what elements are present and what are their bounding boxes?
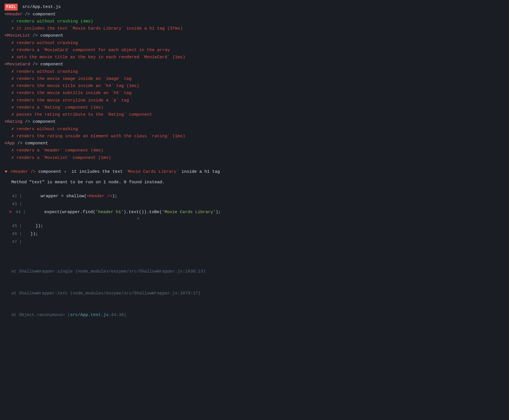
test-fail-10: ✗ renders a `Rating` component (1ms) [0,104,509,111]
method-error-text: Method "text" is meant to be run on 1 no… [0,176,509,188]
test-fail-8: ✗ renders the movie subtitle inside an `… [0,90,509,97]
test-fail-7: ✗ renders the movie title inside an `h4`… [0,82,509,90]
test-fail-14: ✗ renders a `Header` component (4ms) [0,147,509,154]
test-fail-9: ✗ renders the movie storyline inside a `… [0,97,509,104]
test-fail-5: ✗ renders without crashing [0,68,509,75]
section-movielist-label: <MovieList /> component [0,32,509,39]
code-line-42: 42 | wrapper = shallow(<Header />); [5,192,504,200]
stack-trace-2: at ShallowWrapper.text (node_modules/enz… [11,290,498,297]
fail-badge: FAIL [5,4,18,11]
test-fail-2: ✗ renders without crashing [0,39,509,47]
test-fail-11: ✗ passes the rating attribute to the `Ra… [0,111,509,118]
code-line-47: 47 | [5,238,504,246]
test-fail-3: ✗ renders a `MovieCard` component for ea… [0,47,509,54]
stack-trace-1: at ShallowWrapper.single (node_modules/e… [11,268,498,275]
test-pass-1: ✓ renders without crashing (4ms) [0,18,509,25]
test-fail-6: ✗ renders the movie image inside an `ima… [0,75,509,82]
stack-trace-3: at Object.<anonymous> (src/App.test.js:4… [11,311,498,319]
section-rating-label: <Rating /> component [0,118,509,125]
error-title-line: ● <Header /> component › it includes the… [0,167,509,176]
test-fail-12: ✗ renders without crashing [0,126,509,133]
caret-indicator: ^ [5,216,504,222]
section-app-label: <App /> component [0,140,509,147]
code-line-46: 46 | }); [5,230,504,238]
section-moviecard-label: <MovieCard /> component [0,61,509,68]
test-fail-13: ✗ renders the rating inside an element w… [0,133,509,140]
test-fail-1: ✗ it includes the text `Movie Cards Libr… [0,25,509,32]
code-block: 42 | wrapper = shallow(<Header />); 43 |… [5,191,504,248]
code-line-44-error: > 44 | expect(wrapper.find('header h1').… [5,208,504,216]
fail-header-line: FAIL src/App.test.js [0,3,509,11]
code-line-43: 43 | [5,200,504,208]
test-fail-15: ✗ renders a `MovieList` component (1ms) [0,154,509,161]
code-line-45: 45 | }); [5,222,504,230]
stack-trace-block: at ShallowWrapper.single (node_modules/e… [0,250,509,337]
terminal-output: FAIL src/App.test.js <Header /> componen… [0,0,509,340]
file-path: src/App.test.js [20,4,61,10]
section-header-label: <Header /> component [0,11,509,18]
test-fail-4: ✗ sets the movie title as the key in eac… [0,54,509,61]
